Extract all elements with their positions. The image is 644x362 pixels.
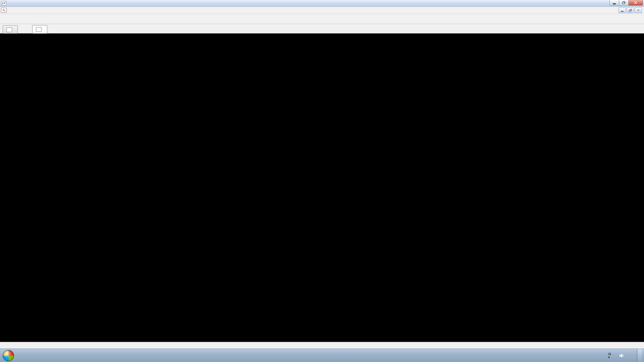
mdi-minimize-button[interactable] xyxy=(619,7,626,13)
tab-bar xyxy=(0,24,644,34)
minimize-button[interactable] xyxy=(609,0,619,6)
mdi-restore-icon xyxy=(629,9,632,12)
waveform-pane xyxy=(0,34,644,342)
ime-status[interactable]: ⊡ ▾ xyxy=(607,352,611,359)
app-icon: LT xyxy=(1,1,6,5)
title-bar[interactable]: LT ✕ xyxy=(0,0,644,7)
show-desktop-button[interactable] xyxy=(637,349,642,362)
window-buttons: ✕ xyxy=(610,0,643,6)
waveform-plot[interactable] xyxy=(0,34,644,342)
tab-draft1-asc[interactable] xyxy=(3,25,18,34)
tool-bar xyxy=(0,14,644,24)
close-button[interactable]: ✕ xyxy=(628,0,643,6)
waveform-icon xyxy=(36,27,42,32)
mdi-close-button[interactable]: × xyxy=(635,7,642,13)
restore-button[interactable] xyxy=(619,0,629,6)
menu-bar: ∿ × xyxy=(0,7,644,14)
start-button[interactable] xyxy=(0,349,17,362)
ime-window-icon: ⊡ xyxy=(608,352,611,356)
volume-icon[interactable] xyxy=(619,353,625,358)
tab-draft1-raw[interactable] xyxy=(32,25,47,34)
mdi-restore-button[interactable] xyxy=(627,7,634,13)
mdi-minimize-icon xyxy=(621,11,624,12)
mdi-window-buttons: × xyxy=(619,7,642,13)
mdi-document-icon[interactable]: ∿ xyxy=(1,8,7,13)
schematic-icon xyxy=(6,27,12,32)
minimize-icon xyxy=(613,3,616,4)
mdi-close-icon: × xyxy=(637,8,639,12)
system-tray: ⊡ ▾ xyxy=(604,349,644,362)
windows-logo-icon xyxy=(3,350,14,361)
status-bar xyxy=(0,342,644,349)
taskbar: ⊡ ▾ xyxy=(0,349,644,362)
ime-dropdown-icon: ▾ xyxy=(608,356,610,359)
close-icon: ✕ xyxy=(634,1,638,5)
ltspice-window: LT ✕ ∿ × xyxy=(0,0,644,362)
restore-icon xyxy=(622,1,625,4)
